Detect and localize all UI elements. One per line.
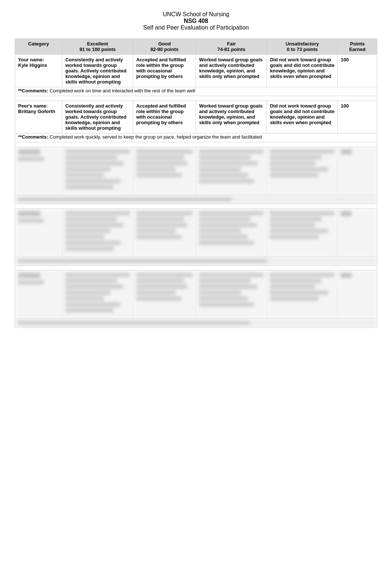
blurred1-comments	[15, 195, 377, 204]
evaluation-table: Category Excellent 91 to 100 points Good…	[15, 38, 377, 327]
col-header-unsatisfactory: Unsatisfactory 0 to 73 points	[267, 39, 338, 55]
blurred3-good	[133, 271, 196, 319]
table-header-row: Category Excellent 91 to 100 points Good…	[15, 39, 377, 55]
spacer-row-2	[15, 142, 377, 147]
col-unsatisfactory-label: Unsatisfactory	[286, 41, 319, 47]
spacer-row-4	[15, 266, 377, 271]
your-name-comments-text: Completed work on time and interacted wi…	[49, 88, 195, 93]
col-header-excellent: Excellent 91 to 100 points	[62, 39, 133, 55]
blurred3-fair	[196, 271, 267, 319]
peer1-fair: Worked toward group goals and actively c…	[196, 101, 267, 133]
your-name-value: Kyle Higgins	[18, 62, 47, 68]
peer1-good: Accepted and fulfilled role within the g…	[133, 101, 196, 133]
blurred1-fair	[196, 147, 267, 195]
blurred2-good	[133, 209, 196, 257]
peer1-comments: **Comments: Completed work quickly, serv…	[15, 133, 377, 142]
spacer-row-3	[15, 204, 377, 209]
col-good-points: 82-90 points	[151, 47, 179, 52]
header-line3: Self and Peer Evaluation of Participatio…	[15, 24, 377, 31]
blurred3-excellent	[62, 271, 133, 319]
your-name-points: 100	[338, 55, 377, 87]
spacer-row-1	[15, 96, 377, 101]
col-header-category: Category	[15, 39, 62, 55]
blurred3-category	[15, 271, 62, 319]
col-good-label: Good	[158, 41, 171, 47]
col-header-points: Points Earned	[338, 39, 377, 55]
row-your-name: Your name: Kyle Higgins Consistently and…	[15, 55, 377, 87]
peer1-unsatisfactory: Did not work toward group goals and did …	[267, 101, 338, 133]
your-name-category: Your name: Kyle Higgins	[15, 55, 62, 87]
header-line2: NSG 408	[15, 18, 377, 24]
blurred2-points	[338, 209, 377, 257]
blurred1-excellent	[62, 147, 133, 195]
peer1-category: Peer's name: Brittany Goforth	[15, 101, 62, 133]
col-fair-points: 74-81 points	[217, 47, 245, 52]
blurred3-points	[338, 271, 377, 319]
blurred3-comments	[15, 319, 377, 327]
your-name-comments-row: **Comments: Completed work on time and i…	[15, 87, 377, 96]
peer1-excellent: Consistently and actively worked towards…	[62, 101, 133, 133]
peer1-name: Brittany Goforth	[18, 109, 55, 114]
your-name-label: Your name:	[18, 57, 44, 62]
col-fair-label: Fair	[227, 41, 236, 47]
your-name-good: Accepted and fulfilled role within the g…	[133, 55, 196, 87]
page-header: UNCW School of Nursing NSG 408 Self and …	[15, 11, 377, 31]
peer1-comments-row: **Comments: Completed work quickly, serv…	[15, 133, 377, 142]
col-header-fair: Fair 74-81 points	[196, 39, 267, 55]
col-unsatisfactory-points: 0 to 73 points	[287, 47, 318, 52]
blurred1-unsatisfactory	[267, 147, 338, 195]
blurred3-unsatisfactory	[267, 271, 338, 319]
col-excellent-points: 91 to 100 points	[79, 47, 116, 52]
peer1-points: 100	[338, 101, 377, 133]
col-excellent-label: Excellent	[87, 41, 108, 47]
blurred-row-3	[15, 271, 377, 319]
col-header-good: Good 82-90 points	[133, 39, 196, 55]
blurred1-comments-row	[15, 195, 377, 204]
your-name-fair: Worked toward group goals and actively c…	[196, 55, 267, 87]
peer1-label: Peer's name:	[18, 103, 48, 109]
blurred1-good	[133, 147, 196, 195]
peer1-comments-text: Completed work quickly, served to keep t…	[49, 134, 262, 140]
blurred2-comments-row	[15, 257, 377, 266]
blurred1-points	[338, 147, 377, 195]
row-peer-1: Peer's name: Brittany Goforth Consistent…	[15, 101, 377, 133]
blurred1-category	[15, 147, 62, 195]
your-name-comments-label: **Comments:	[18, 88, 48, 93]
blurred3-comments-row	[15, 319, 377, 327]
blurred2-fair	[196, 209, 267, 257]
blurred2-excellent	[62, 209, 133, 257]
your-name-unsatisfactory: Did not work toward group goals and did …	[267, 55, 338, 87]
blurred2-unsatisfactory	[267, 209, 338, 257]
col-earned-label: Earned	[349, 47, 365, 52]
blurred2-category	[15, 209, 62, 257]
blurred-row-1	[15, 147, 377, 195]
your-name-comments: **Comments: Completed work on time and i…	[15, 87, 377, 96]
blurred2-comments	[15, 257, 377, 266]
col-points-label: Points	[350, 41, 365, 47]
peer1-comments-label: **Comments:	[18, 134, 48, 140]
blurred-row-2	[15, 209, 377, 257]
header-line1: UNCW School of Nursing	[15, 11, 377, 18]
your-name-excellent: Consistently and actively worked towards…	[62, 55, 133, 87]
